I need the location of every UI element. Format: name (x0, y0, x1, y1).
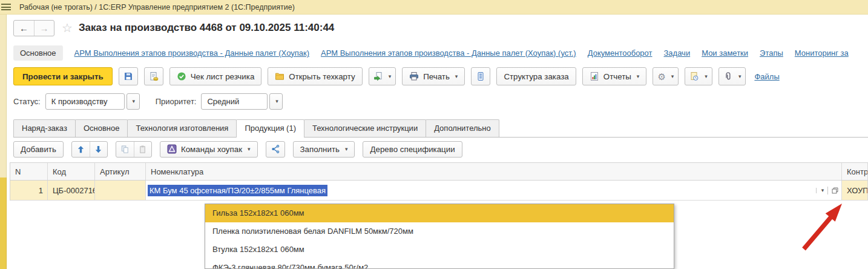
post-and-close-button[interactable]: Провести и закрыть (13, 67, 113, 85)
move-down-button[interactable] (90, 142, 107, 157)
move-row-group (71, 141, 108, 158)
nomenclature-open-button[interactable] (827, 187, 841, 194)
nav-links-row: Основное АРМ Выполнения этапов производс… (13, 45, 868, 61)
window-edge-strip (0, 15, 7, 178)
status-combobox[interactable]: К производству ▾ (45, 93, 140, 110)
suggestion-item[interactable]: ФКЭ-3 глянцевая 80г/730мм бумага 50г/м2 (205, 259, 674, 269)
tab-naryad-zakaz[interactable]: Наряд-заказ (13, 119, 76, 137)
copy-button[interactable] (116, 142, 134, 157)
header-row: ← → ☆ Заказ на производство 4468 от 09.1… (13, 19, 868, 36)
order-structure-button[interactable]: Структура заказа (496, 67, 576, 85)
move-up-button[interactable] (72, 142, 90, 157)
arrow-down-icon (94, 145, 103, 154)
nomenclature-selected-text[interactable]: КМ Бум 45 офсетная/ПЭ/20±2/855мм Глянцев… (148, 185, 327, 196)
create-based-on-button[interactable]: ▾ (369, 67, 396, 85)
check-circle-icon (177, 71, 186, 81)
status-label: Статус: (13, 97, 41, 106)
table-row: 1 ЦБ-00027168 КМ Бум 45 офсетная/ПЭ/20±2… (10, 181, 868, 201)
column-header-code: Код (48, 163, 95, 180)
hopack-commands-label: Команды хоупак (181, 145, 242, 154)
files-link[interactable]: Файлы (754, 72, 779, 81)
fill-label: Заполнить (300, 145, 340, 154)
suggestion-item[interactable]: Втулка 152х182х1 060мм (205, 241, 674, 259)
column-header-counterparty: Контр (842, 163, 868, 180)
open-techcard-label: Открыть техкарту (289, 72, 355, 81)
chevron-down-icon: ▾ (637, 74, 640, 79)
order-structure-label: Структура заказа (504, 72, 568, 81)
favorite-star-icon[interactable]: ☆ (62, 22, 73, 34)
tab-production[interactable]: Продукция (1) (236, 119, 304, 138)
paste-icon (138, 145, 147, 154)
nav-link-stages[interactable]: Этапы (760, 48, 783, 58)
spec-tree-button[interactable]: Дерево спецификации (363, 141, 462, 158)
nav-link-arm-palet-ust[interactable]: АРМ Выполнения этапов производства - Дан… (321, 48, 576, 58)
settings-button[interactable]: ⚙ ▾ (653, 67, 679, 85)
window-edge-strip-gold (0, 178, 7, 269)
attachments-button[interactable]: ▾ (718, 67, 746, 85)
tab-tech-instructions[interactable]: Технологические инструкции (304, 119, 426, 137)
printer-icon (409, 71, 419, 81)
status-value[interactable]: К производству (45, 93, 125, 110)
hopack-addin-icon (167, 144, 177, 154)
fill-button[interactable]: Заполнить ▾ (293, 141, 355, 158)
nav-link-docflow[interactable]: Документооборот (588, 48, 653, 58)
open-in-form-icon (831, 187, 839, 194)
reports-button[interactable]: Отчеты ▾ (582, 67, 647, 85)
cutter-checklist-button[interactable]: Чек лист резчика (169, 67, 262, 85)
cell-code[interactable]: ЦБ-00027168 (48, 181, 95, 200)
nomenclature-dropdown-button[interactable]: ▾ (816, 188, 827, 193)
chevron-down-icon: ▾ (705, 74, 708, 79)
chevron-down-icon: ▾ (671, 74, 674, 79)
paste-button[interactable] (134, 142, 151, 157)
add-row-button[interactable]: Добавить (13, 141, 64, 158)
cell-nomenclature-edit[interactable]: КМ Бум 45 офсетная/ПЭ/20±2/855мм Глянцев… (146, 181, 842, 200)
column-header-article: Артикул (95, 163, 146, 180)
nav-item-main[interactable]: Основное (13, 45, 63, 61)
window-title: Рабочая (не трогать) / 1С:ERP Управление… (19, 3, 295, 12)
print-button[interactable]: Печать ▾ (402, 67, 465, 85)
tab-technology[interactable]: Технология изготовления (127, 119, 237, 137)
nav-link-arm-palet[interactable]: АРМ Выполнения этапов производства - Дан… (74, 48, 309, 58)
cell-article[interactable] (95, 181, 146, 200)
forward-button[interactable]: → (34, 21, 54, 36)
suggestion-item[interactable]: Гильза 152х182х1 060мм (205, 204, 674, 222)
open-techcard-button[interactable]: Открыть техкарту (268, 67, 362, 85)
form-tabs: Наряд-заказ Основное Технология изготовл… (13, 118, 868, 138)
column-header-nomenclature: Номенклатура (146, 163, 842, 180)
blue-list-icon (476, 71, 485, 81)
cell-row-number[interactable]: 1 (10, 181, 48, 200)
tab-osnovnoe[interactable]: Основное (75, 119, 128, 137)
nav-link-tasks[interactable]: Задачи (664, 48, 691, 58)
back-button[interactable]: ← (14, 21, 34, 36)
priority-value[interactable]: Средний (201, 93, 268, 110)
nav-link-notes[interactable]: Мои заметки (702, 48, 748, 58)
suggestion-item[interactable]: Пленка полиэтиленовая белая DANFILM 50мк… (205, 222, 674, 241)
chevron-down-icon: ▾ (345, 147, 348, 152)
nav-link-monitoring[interactable]: Мониторинг за (795, 48, 849, 58)
chevron-down-icon: ▾ (738, 74, 741, 79)
linked-structure-button[interactable] (266, 141, 285, 158)
status-dropdown-button[interactable]: ▾ (127, 93, 140, 110)
priority-dropdown-button[interactable]: ▾ (269, 93, 283, 110)
chevron-down-icon: ▾ (821, 188, 824, 193)
tab-additional[interactable]: Дополнительно (426, 119, 499, 137)
post-document-icon (149, 71, 159, 81)
register-records-button[interactable] (471, 67, 490, 85)
priority-combobox[interactable]: Средний ▾ (201, 93, 283, 110)
chevron-down-icon: ▾ (132, 99, 135, 104)
post-document-button[interactable] (144, 67, 163, 85)
priority-label: Приоритет: (156, 97, 197, 106)
column-header-n: N (10, 163, 48, 180)
save-button[interactable] (119, 67, 138, 85)
command-toolbar: Провести и закрыть Чек лист резчика (13, 67, 868, 86)
menu-icon[interactable] (1, 4, 11, 10)
reports-label: Отчеты (603, 72, 631, 81)
arrow-up-icon (76, 145, 85, 154)
paperclip-icon (723, 71, 733, 81)
chevron-down-icon: ▾ (389, 74, 392, 79)
cell-counterparty[interactable]: ХОУП (842, 181, 868, 200)
gear-icon: ⚙ (657, 72, 665, 81)
scheduled-tasks-button[interactable]: ▾ (685, 67, 712, 85)
hopack-commands-button[interactable]: Команды хоупак ▾ (160, 141, 258, 158)
history-nav-group: ← → (13, 20, 54, 36)
